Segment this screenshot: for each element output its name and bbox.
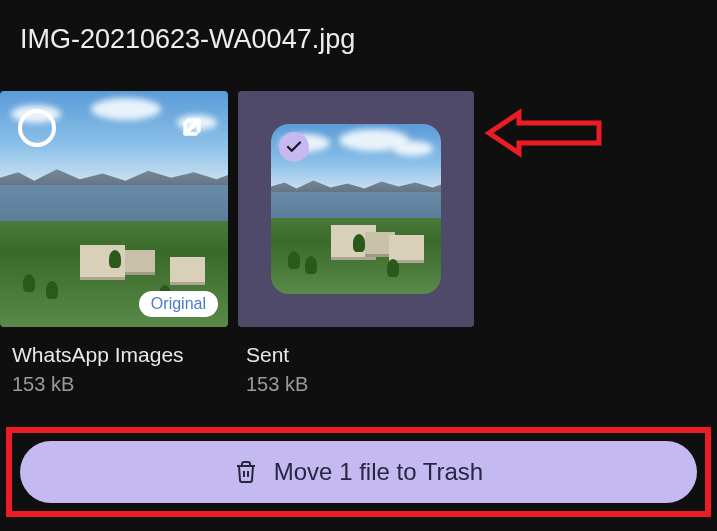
thumbnail-label: WhatsApp Images — [0, 343, 228, 367]
check-icon — [279, 132, 309, 162]
move-to-trash-button[interactable]: Move 1 file to Trash — [20, 441, 697, 503]
thumbnail-size: 153 kB — [0, 373, 228, 396]
thumbnail-item-sent[interactable]: Sent 153 kB — [238, 91, 474, 396]
thumbnail-image-sent-selected[interactable] — [238, 91, 474, 327]
thumbnail-label: Sent — [238, 343, 474, 367]
select-circle-icon[interactable] — [18, 109, 56, 147]
annotation-highlight-box: Move 1 file to Trash — [6, 427, 711, 517]
thumbnail-image-original[interactable]: Original — [0, 91, 228, 327]
trash-button-label: Move 1 file to Trash — [274, 458, 483, 486]
original-badge: Original — [139, 291, 218, 317]
thumbnail-size: 153 kB — [238, 373, 474, 396]
page-title: IMG-20210623-WA0047.jpg — [0, 0, 717, 55]
expand-icon[interactable] — [176, 111, 208, 143]
thumbnail-row: Original WhatsApp Images 153 kB — [0, 91, 717, 396]
annotation-arrow — [484, 108, 604, 158]
thumbnail-item-original[interactable]: Original WhatsApp Images 153 kB — [0, 91, 228, 396]
trash-icon — [234, 460, 258, 484]
